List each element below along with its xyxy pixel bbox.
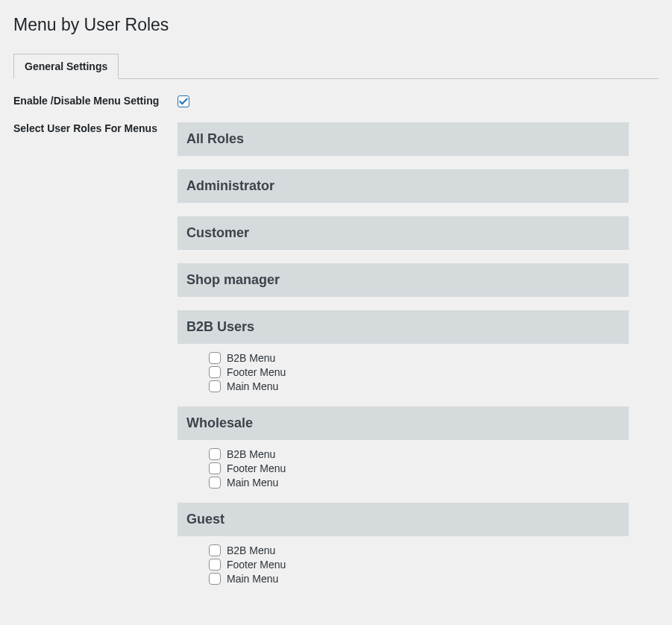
role-header[interactable]: Customer [178,216,629,250]
menu-checkbox[interactable] [209,559,221,571]
menu-label[interactable]: B2B Menu [227,351,275,365]
menu-item: Footer Menu [209,365,629,379]
menu-label[interactable]: Main Menu [227,476,278,489]
row-select-roles: Select User Roles For Menus All RolesAdm… [13,122,659,599]
tab-wrapper: General Settings [13,47,659,79]
menu-checkbox[interactable] [209,544,221,556]
role-section: B2B UsersB2B MenuFooter MenuMain Menu [178,310,629,393]
row-enable-setting: Enable /Disable Menu Setting [13,94,659,107]
role-menus: B2B MenuFooter MenuMain Menu [178,536,629,585]
menu-label[interactable]: B2B Menu [227,447,275,461]
menu-label[interactable]: Footer Menu [227,365,286,379]
roles-container: All RolesAdministratorCustomerShop manag… [178,122,629,585]
menu-item: Main Menu [209,380,629,393]
menu-item: Footer Menu [209,462,629,475]
menu-item: Footer Menu [209,558,629,571]
role-header[interactable]: Wholesale [178,406,629,440]
menu-item: Main Menu [209,476,629,489]
role-header[interactable]: Shop manager [178,263,629,297]
menu-label[interactable]: Main Menu [227,572,278,585]
role-header[interactable]: B2B Users [178,310,629,344]
menu-label[interactable]: Footer Menu [227,462,286,475]
enable-label: Enable /Disable Menu Setting [13,95,178,107]
role-header[interactable]: All Roles [178,122,629,156]
menu-checkbox[interactable] [209,477,221,489]
page-title: Menu by User Roles [13,7,659,40]
menu-item: B2B Menu [209,544,629,557]
menu-checkbox[interactable] [209,573,221,585]
menu-item: B2B Menu [209,447,629,461]
menu-checkbox[interactable] [209,352,221,364]
role-section: Administrator [178,169,629,203]
menu-label[interactable]: Footer Menu [227,558,286,571]
menu-checkbox[interactable] [209,448,221,460]
menu-checkbox[interactable] [209,462,221,474]
role-section: All Roles [178,122,629,156]
role-section: Shop manager [178,263,629,297]
menu-label[interactable]: B2B Menu [227,544,275,557]
tab-general-settings[interactable]: General Settings [13,54,119,79]
role-menus: B2B MenuFooter MenuMain Menu [178,344,629,393]
menu-item: B2B Menu [209,351,629,365]
role-header[interactable]: Guest [178,503,629,536]
menu-label[interactable]: Main Menu [227,380,278,393]
role-section: Customer [178,216,629,250]
menu-item: Main Menu [209,572,629,585]
menu-checkbox[interactable] [209,380,221,392]
role-menus: B2B MenuFooter MenuMain Menu [178,440,629,489]
menu-checkbox[interactable] [209,366,221,378]
role-section: GuestB2B MenuFooter MenuMain Menu [178,503,629,585]
roles-label: Select User Roles For Menus [13,122,178,134]
role-header[interactable]: Administrator [178,169,629,203]
role-section: WholesaleB2B MenuFooter MenuMain Menu [178,406,629,489]
enable-checkbox[interactable] [178,95,189,107]
